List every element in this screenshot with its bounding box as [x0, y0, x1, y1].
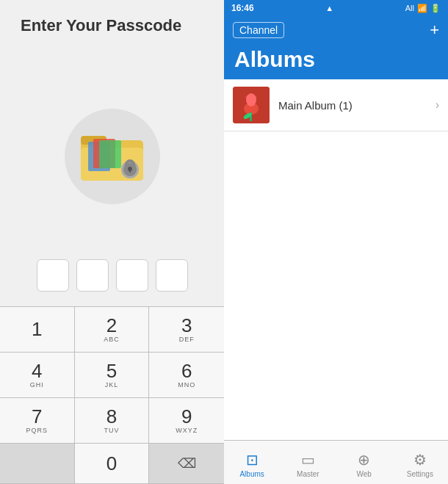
numpad-key-5[interactable]: 5 JKL	[75, 353, 150, 398]
numpad-key-4[interactable]: 4 GHI	[0, 353, 75, 398]
status-signal-icon: ▲	[325, 4, 333, 12]
add-button[interactable]: +	[430, 21, 439, 40]
folder-lock-icon	[77, 127, 147, 186]
album-list[interactable]: Main Album (1) ›	[224, 79, 448, 440]
album-header: Albums	[224, 44, 448, 79]
wifi-icon: 📶	[417, 4, 427, 13]
svg-rect-9	[129, 169, 131, 173]
numpad-key-2[interactable]: 2 ABC	[75, 307, 150, 353]
albums-tab-icon: ⊡	[246, 451, 259, 469]
album-item-main[interactable]: Main Album (1) ›	[224, 79, 448, 131]
album-panel: 16:46 ▲ All 📶 🔋 Channel + Albums	[224, 0, 448, 484]
numpad-empty-left	[0, 444, 75, 484]
nav-bar: Channel +	[224, 16, 448, 44]
svg-rect-5	[99, 140, 121, 168]
numpad-key-3[interactable]: 3 DEF	[149, 307, 224, 353]
status-bar: 16:46 ▲ All 📶 🔋	[224, 0, 448, 16]
album-thumbnail	[233, 87, 270, 123]
web-tab-icon: ⊕	[358, 451, 370, 469]
passcode-icon	[65, 109, 160, 204]
tab-albums-label: Albums	[239, 470, 264, 478]
passcode-dots	[37, 259, 188, 292]
passcode-panel: Enter Your Passcode	[0, 0, 224, 484]
rose-image	[233, 87, 270, 123]
tab-web[interactable]: ⊕ Web	[336, 441, 392, 484]
album-item-label: Main Album (1)	[278, 99, 436, 112]
backspace-icon: ⌫	[178, 455, 196, 472]
tab-web-label: Web	[356, 470, 371, 478]
svg-point-15	[246, 93, 256, 106]
status-time: 16:46	[231, 3, 254, 13]
numpad-key-1[interactable]: 1	[0, 307, 75, 353]
numpad-bottom-row: 0 ⌫	[0, 444, 224, 484]
tab-master[interactable]: ▭ Master	[280, 441, 336, 484]
tab-master-label: Master	[297, 470, 319, 478]
tab-settings-label: Settings	[407, 470, 433, 478]
status-all-text: All	[405, 4, 414, 12]
passcode-dot-4	[156, 259, 188, 292]
numpad-key-9[interactable]: 9 WXYZ	[149, 398, 224, 444]
numpad: 1 2 ABC 3 DEF 4 GHI 5 JKL 6 MNO 7 PQRS	[0, 306, 224, 444]
tab-settings[interactable]: ⚙ Settings	[392, 441, 448, 484]
passcode-dot-3	[116, 259, 148, 292]
master-tab-icon: ▭	[301, 451, 315, 469]
passcode-dot-2	[76, 259, 109, 292]
passcode-dot-1	[37, 259, 69, 292]
status-icons: All 📶 🔋	[405, 4, 441, 13]
numpad-backspace-button[interactable]: ⌫	[149, 444, 224, 484]
numpad-key-6[interactable]: 6 MNO	[149, 353, 224, 398]
battery-icon: 🔋	[430, 4, 441, 13]
album-section-title: Albums	[234, 47, 438, 72]
numpad-key-7[interactable]: 7 PQRS	[0, 398, 75, 444]
numpad-key-0[interactable]: 0	[75, 444, 150, 484]
tab-albums[interactable]: ⊡ Albums	[224, 441, 280, 484]
settings-tab-icon: ⚙	[413, 451, 427, 469]
chevron-right-icon: ›	[436, 98, 439, 112]
channel-button[interactable]: Channel	[233, 22, 284, 38]
numpad-key-8[interactable]: 8 TUV	[75, 398, 150, 444]
passcode-title: Enter Your Passcode	[0, 16, 181, 35]
tab-bar: ⊡ Albums ▭ Master ⊕ Web ⚙ Settings	[224, 440, 448, 484]
